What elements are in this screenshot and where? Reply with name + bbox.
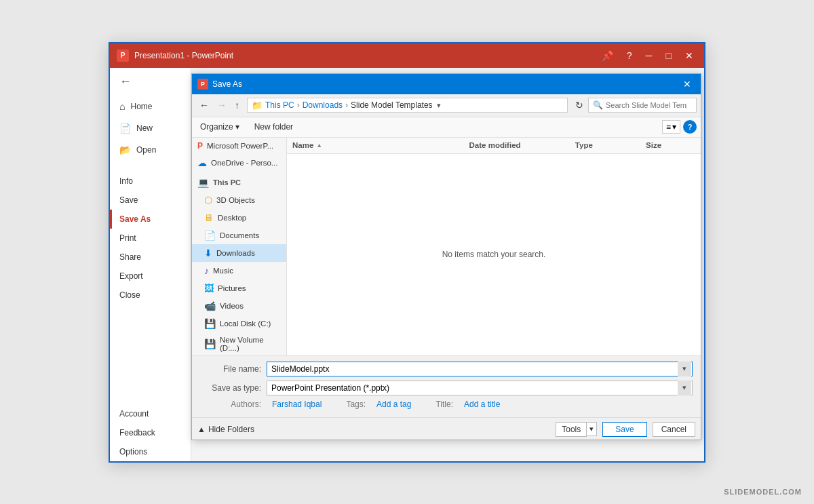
nav-this-pc-header: 💻 This PC <box>192 172 286 191</box>
sidebar-nav: ⌂ Home 📄 New 📂 Open <box>110 96 191 161</box>
sidebar-item-open[interactable]: 📂 Open <box>110 139 191 161</box>
organize-dropdown-icon: ▾ <box>235 122 239 132</box>
maximize-button[interactable]: □ <box>662 49 676 62</box>
help-button[interactable]: ? <box>623 49 636 62</box>
watermark: SLIDEMODEL.COM <box>724 488 802 496</box>
filename-row: File name: ▾ <box>200 362 693 376</box>
forward-nav-button[interactable]: → <box>214 98 230 113</box>
nav-item-downloads[interactable]: ⬇ Downloads <box>192 244 286 262</box>
col-size-label: Size <box>646 141 661 149</box>
localc-icon: 💾 <box>204 318 216 329</box>
meta-row: Authors: Farshad Iqbal Tags: Add a tag T… <box>200 400 693 409</box>
tools-dropdown-button[interactable]: ▾ <box>587 422 597 436</box>
nav-pane: P Microsoft PowerP... ☁ OneDrive - Perso… <box>192 138 287 355</box>
nav-item-videos[interactable]: 📹 Videos <box>192 297 286 315</box>
sidebar-item-close[interactable]: Close <box>110 286 191 305</box>
back-nav-button[interactable]: ← <box>196 98 212 113</box>
sidebar-item-account[interactable]: Account <box>110 404 191 423</box>
hide-folders-label: Hide Folders <box>208 425 254 434</box>
help-circle-button[interactable]: ? <box>683 120 697 134</box>
nav-pictures-label: Pictures <box>218 284 246 292</box>
nav-item-localc[interactable]: 💾 Local Disk (C:) <box>192 315 286 332</box>
refresh-button[interactable]: ↻ <box>572 98 587 113</box>
up-nav-button[interactable]: ↑ <box>231 98 243 113</box>
sidebar-item-home[interactable]: ⌂ Home <box>110 96 191 117</box>
col-size: Size <box>646 141 695 149</box>
volumed-icon: 💾 <box>204 338 216 349</box>
sidebar-item-new[interactable]: 📄 New <box>110 117 191 139</box>
sidebar-back-button[interactable]: ← <box>110 68 191 96</box>
breadcrumb-thispc[interactable]: This PC <box>265 100 294 110</box>
nav-item-volumed[interactable]: 💾 New Volume (D:...) <box>192 332 286 355</box>
nav-onedrive-label: OneDrive - Perso... <box>211 159 277 167</box>
downloads-icon: ⬇ <box>204 248 212 258</box>
breadcrumb-downloads[interactable]: Downloads <box>303 100 343 110</box>
sidebar-item-save-as[interactable]: Save As <box>110 210 191 229</box>
documents-icon: 📄 <box>204 230 216 241</box>
thispc-icon: 💻 <box>197 177 209 188</box>
nav-item-onedrive[interactable]: ☁ OneDrive - Perso... <box>192 154 286 172</box>
close-button[interactable]: ✕ <box>681 49 697 62</box>
view-dropdown-icon: ▾ <box>672 122 676 132</box>
app-body: ← ⌂ Home 📄 New 📂 Open Info Save <box>110 68 704 461</box>
file-list-body: No items match your search. <box>287 154 701 355</box>
authors-value[interactable]: Farshad Iqbal <box>272 400 322 409</box>
hide-folders-button[interactable]: ▲ Hide Folders <box>197 425 254 434</box>
tools-group: Tools ▾ <box>556 422 597 437</box>
nav-item-documents[interactable]: 📄 Documents <box>192 227 286 244</box>
no-items-message: No items match your search. <box>442 250 546 259</box>
col-date: Date modified <box>469 141 575 149</box>
minimize-button[interactable]: ─ <box>642 49 657 62</box>
organize-button[interactable]: Organize ▾ <box>196 121 244 133</box>
sidebar-item-print[interactable]: Print <box>110 229 191 248</box>
dialog-close-button[interactable]: ✕ <box>679 77 695 91</box>
dialog-toolbar2: Organize ▾ New folder ≡ ▾ ? <box>192 117 701 138</box>
view-button[interactable]: ≡ ▾ <box>662 120 680 134</box>
breadcrumb-dropdown-icon[interactable]: ▾ <box>437 101 441 110</box>
dialog-toolbar: ← → ↑ 📁 This PC › Downloads › Slide Mode… <box>192 94 701 117</box>
dialog-title-bar: P Save As ✕ <box>192 74 701 94</box>
pin-button[interactable]: 📌 <box>598 49 617 62</box>
save-button[interactable]: Save <box>602 422 646 437</box>
savetype-row: Save as type: PowerPoint Presentation (*… <box>200 381 693 395</box>
new-folder-button[interactable]: New folder <box>249 121 298 133</box>
title-meta-add[interactable]: Add a title <box>464 400 500 409</box>
filename-input[interactable] <box>267 362 693 376</box>
sidebar-item-options[interactable]: Options <box>110 442 191 461</box>
dialog-bottom: File name: ▾ Save as type: PowerPoint Pr… <box>192 355 701 417</box>
breadcrumb-sep2: › <box>345 100 348 110</box>
dialog-overlay: P Save As ✕ ← → ↑ 📁 This PC › Downlo <box>191 68 704 461</box>
nav-thispc-label: This PC <box>213 178 241 187</box>
open-icon: 📂 <box>119 144 131 155</box>
savetype-select[interactable]: PowerPoint Presentation (*.pptx) <box>267 381 693 395</box>
sidebar-item-feedback[interactable]: Feedback <box>110 423 191 442</box>
breadcrumb-bar: 📁 This PC › Downloads › Slide Model Temp… <box>247 98 568 113</box>
search-input[interactable] <box>606 101 687 109</box>
cancel-button[interactable]: Cancel <box>653 422 695 437</box>
nav-item-pictures[interactable]: 🖼 Pictures <box>192 279 286 297</box>
file-list-header: Name ▲ Date modified Type <box>287 138 701 154</box>
savetype-select-wrap: PowerPoint Presentation (*.pptx) ▾ <box>267 381 693 395</box>
sidebar-item-export[interactable]: Export <box>110 267 191 286</box>
tools-button[interactable]: Tools <box>556 422 587 437</box>
sidebar-item-info[interactable]: Info <box>110 172 191 191</box>
nav-item-music[interactable]: ♪ Music <box>192 262 286 279</box>
savetype-label: Save as type: <box>200 383 261 393</box>
sidebar-home-label: Home <box>130 102 152 111</box>
sidebar-item-share[interactable]: Share <box>110 248 191 267</box>
nav-item-microsoftpp[interactable]: P Microsoft PowerP... <box>192 138 286 154</box>
title-bar-controls: 📌 ? ─ □ ✕ <box>598 49 697 62</box>
organize-label: Organize <box>200 122 233 132</box>
nav-desktop-label: Desktop <box>218 214 246 222</box>
main-area: Save As P Save As ✕ ← → ↑ <box>191 68 704 461</box>
toolbar2-right: ≡ ▾ ? <box>662 120 697 134</box>
sidebar-item-save[interactable]: Save <box>110 191 191 210</box>
nav-item-3dobjects[interactable]: ⬡ 3D Objects <box>192 191 286 209</box>
tags-add[interactable]: Add a tag <box>376 400 411 409</box>
hide-folders-arrow: ▲ <box>197 425 206 434</box>
breadcrumb-sep1: › <box>297 100 300 110</box>
search-box: 🔍 <box>588 98 697 113</box>
nav-item-desktop[interactable]: 🖥 Desktop <box>192 209 286 227</box>
sort-icon: ▲ <box>316 142 322 149</box>
sidebar-open-label: Open <box>136 145 156 155</box>
